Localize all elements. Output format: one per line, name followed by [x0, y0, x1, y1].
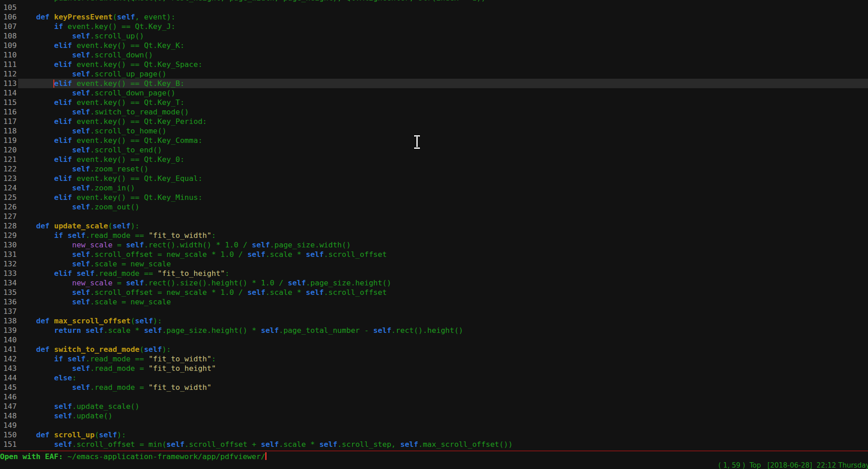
code-line[interactable]: 138 def max_scroll_offset(self): — [0, 316, 868, 326]
line-number: 144 — [0, 373, 18, 383]
code-line[interactable]: 111 elif event.key() == Qt.Key_Space: — [0, 60, 868, 69]
line-number: 121 — [0, 155, 18, 164]
code-line[interactable]: 140 — [0, 335, 868, 345]
line-number: 116 — [0, 107, 18, 117]
text-cursor — [53, 80, 54, 88]
code-line-text: self.zoom_in() — [18, 183, 868, 193]
code-line[interactable]: 127 — [0, 212, 868, 221]
code-line[interactable]: 128 def update_scale(self): — [0, 221, 868, 231]
code-line[interactable]: 126 self.zoom_out() — [0, 202, 868, 212]
line-number: 133 — [0, 269, 18, 278]
code-line-text: self.scroll_to_home() — [18, 126, 868, 136]
code-line[interactable]: 119 elif event.key() == Qt.Key_Comma: — [0, 136, 868, 145]
code-line[interactable]: 130 new_scale = self.rect().width() * 1.… — [0, 240, 868, 250]
minibuffer[interactable]: Open with EAF: ~/emacs-application-frame… — [0, 452, 868, 461]
code-line[interactable]: 122 self.zoom_reset() — [0, 164, 868, 174]
code-line[interactable]: 109 elif event.key() == Qt.Key_K: — [0, 41, 868, 50]
code-line[interactable]: 114 self.scroll_down_page() — [0, 88, 868, 98]
code-line[interactable]: 112 self.scroll_up_page() — [0, 69, 868, 79]
code-line[interactable]: 115 elif event.key() == Qt.Key_T: — [0, 98, 868, 107]
code-line-text — [18, 421, 868, 430]
code-line-text: elif self.read_mode == "fit_to_height": — [18, 269, 868, 278]
code-line[interactable]: 139 return self.scale * self.page_size.h… — [0, 326, 868, 335]
code-line[interactable]: 149 — [0, 421, 868, 430]
line-number: 136 — [0, 297, 18, 307]
code-line[interactable]: 141 def switch_to_read_mode(self): — [0, 345, 868, 354]
code-line[interactable]: 137 — [0, 307, 868, 316]
code-line-text: self.scale = new_scale — [18, 297, 868, 307]
code-line[interactable]: 151 self.scroll_offset = min(self.scroll… — [0, 440, 868, 449]
code-line-text: elif event.key() == Qt.Key_B: — [18, 79, 868, 88]
code-line[interactable]: 150 def scroll_up(self): — [0, 430, 868, 440]
code-line[interactable]: 108 self.scroll_up() — [0, 31, 868, 41]
code-line[interactable]: 145 self.read_mode = "fit_to_width" — [0, 383, 868, 392]
code-line-text: if self.read_mode == "fit_to_width": — [18, 231, 868, 240]
line-number: 130 — [0, 240, 18, 250]
line-number: 119 — [0, 136, 18, 145]
code-line[interactable]: 125 elif event.key() == Qt.Key_Minus: — [0, 193, 868, 202]
line-number: 111 — [0, 60, 18, 69]
code-line[interactable]: 146 — [0, 392, 868, 402]
code-line[interactable]: 105 — [0, 3, 868, 12]
line-number: 122 — [0, 164, 18, 174]
code-line[interactable]: 124 self.zoom_in() — [0, 183, 868, 193]
code-line[interactable]: 147 self.update_scale() — [0, 402, 868, 411]
line-number: 120 — [0, 145, 18, 155]
code-line[interactable]: 148 self.update() — [0, 411, 868, 421]
code-line-text: elif event.key() == Qt.Key_T: — [18, 98, 868, 107]
code-line[interactable]: 136 self.scale = new_scale — [0, 297, 868, 307]
ibeam-mouse-cursor — [413, 135, 421, 149]
code-line-text: self.read_mode = "fit_to_height" — [18, 364, 868, 373]
code-line-text — [18, 392, 868, 402]
line-number: 148 — [0, 411, 18, 421]
code-line[interactable]: 123 elif event.key() == Qt.Key_Equal: — [0, 174, 868, 183]
line-number: 139 — [0, 326, 18, 335]
status-info-text: ( 1, 59 ) Top [2018-06-28] 22:12 Thursda… — [718, 461, 868, 469]
code-line-text: self.read_mode = "fit_to_width" — [18, 383, 868, 392]
code-line-text — [18, 335, 868, 345]
code-line[interactable]: 133 elif self.read_mode == "fit_to_heigh… — [0, 269, 868, 278]
line-number: 150 — [0, 430, 18, 440]
line-number: 140 — [0, 335, 18, 345]
code-line[interactable]: 121 elif event.key() == Qt.Key_0: — [0, 155, 868, 164]
code-line-text: self.scroll_up_page() — [18, 69, 868, 79]
code-line-text: self.scroll_offset = new_scale * 1.0 / s… — [18, 250, 868, 259]
minibuffer-input[interactable]: ~/emacs-application-framework/app/pdfvie… — [67, 452, 265, 461]
code-lines: 105106 def keyPressEvent(self, event):10… — [0, 3, 868, 449]
code-line[interactable]: 134 new_scale = self.rect().size().heigh… — [0, 278, 868, 288]
code-line[interactable]: 135 self.scroll_offset = new_scale * 1.0… — [0, 288, 868, 297]
code-buffer[interactable]: painter.drawText(QRect(0, rest_height, p… — [0, 0, 868, 450]
code-line[interactable]: 131 self.scroll_offset = new_scale * 1.0… — [0, 250, 868, 259]
line-number: 143 — [0, 364, 18, 373]
line-number: 114 — [0, 88, 18, 98]
modeline-separator — [0, 450, 868, 451]
code-line-text: self.zoom_reset() — [18, 164, 868, 174]
code-line[interactable]: 107 if event.key() == Qt.Key_J: — [0, 22, 868, 31]
code-line[interactable]: 144 else: — [0, 373, 868, 383]
code-line[interactable]: 113 elif event.key() == Qt.Key_B: — [0, 79, 868, 88]
code-line-text: self.scroll_up() — [18, 31, 868, 41]
code-line[interactable]: 142 if self.read_mode == "fit_to_width": — [0, 354, 868, 364]
code-line[interactable]: 117 elif event.key() == Qt.Key_Period: — [0, 117, 868, 126]
code-line-text: self.scroll_down_page() — [18, 88, 868, 98]
code-line[interactable]: 118 self.scroll_to_home() — [0, 126, 868, 136]
code-line[interactable]: 132 self.scale = new_scale — [0, 259, 868, 269]
code-line[interactable]: 120 self.scroll_to_end() — [0, 145, 868, 155]
line-number: 134 — [0, 278, 18, 288]
code-line-text: self.update_scale() — [18, 402, 868, 411]
code-line-text: self.scroll_offset = new_scale * 1.0 / s… — [18, 288, 868, 297]
code-line[interactable]: 129 if self.read_mode == "fit_to_width": — [0, 231, 868, 240]
line-number: 126 — [0, 202, 18, 212]
ibeam-bottom-serif — [414, 147, 420, 149]
ibeam-stem — [416, 136, 418, 147]
code-line-text: elif event.key() == Qt.Key_K: — [18, 41, 868, 50]
code-line-text: elif event.key() == Qt.Key_Equal: — [18, 174, 868, 183]
code-line[interactable]: 110 self.scroll_down() — [0, 50, 868, 60]
line-number: 124 — [0, 183, 18, 193]
line-number: 108 — [0, 31, 18, 41]
code-line[interactable]: 116 self.switch_to_read_mode() — [0, 107, 868, 117]
code-line-text: def keyPressEvent(self, event): — [18, 12, 868, 22]
code-line-text: self.scale = new_scale — [18, 259, 868, 269]
code-line[interactable]: 106 def keyPressEvent(self, event): — [0, 12, 868, 22]
code-line[interactable]: 143 self.read_mode = "fit_to_height" — [0, 364, 868, 373]
